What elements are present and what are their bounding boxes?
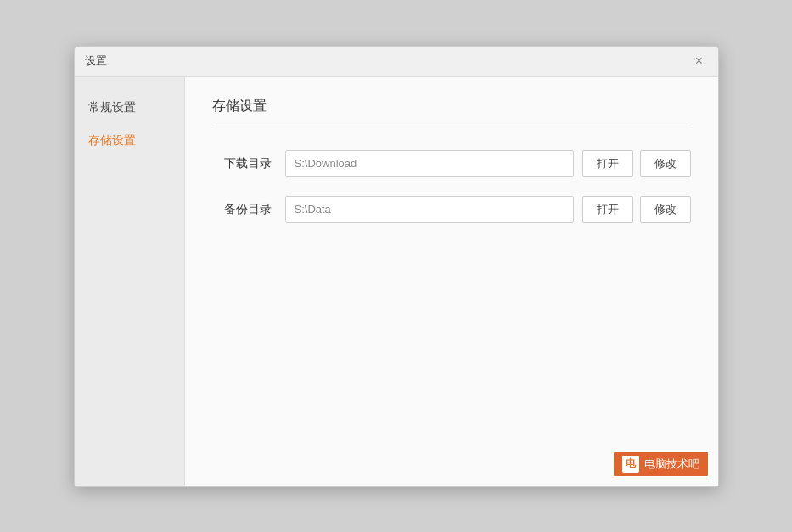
download-dir-row: 下载目录 打开 修改 bbox=[212, 150, 691, 177]
download-dir-open-button[interactable]: 打开 bbox=[582, 150, 633, 177]
content-area: 常规设置 存储设置 存储设置 下载目录 打开 修改 备份目录 bbox=[75, 77, 718, 486]
settings-window: 设置 × 常规设置 存储设置 存储设置 下载目录 打开 修改 bbox=[74, 46, 719, 487]
download-dir-edit-button[interactable]: 修改 bbox=[640, 150, 691, 177]
watermark-icon: 电 bbox=[622, 456, 639, 473]
watermark-badge: 电 电脑技术吧 bbox=[612, 451, 710, 478]
backup-dir-open-button[interactable]: 打开 bbox=[582, 196, 633, 223]
backup-dir-edit-button[interactable]: 修改 bbox=[640, 196, 691, 223]
section-title: 存储设置 bbox=[212, 98, 691, 115]
section-divider bbox=[212, 126, 691, 126]
titlebar: 设置 × bbox=[75, 47, 718, 77]
sidebar-item-storage[interactable]: 存储设置 bbox=[75, 124, 184, 158]
close-button[interactable]: × bbox=[691, 53, 708, 70]
download-dir-buttons: 打开 修改 bbox=[582, 150, 691, 177]
sidebar-item-general[interactable]: 常规设置 bbox=[75, 91, 184, 125]
backup-dir-buttons: 打开 修改 bbox=[582, 196, 691, 223]
backup-dir-input[interactable] bbox=[285, 196, 574, 223]
backup-dir-label: 备份目录 bbox=[212, 202, 272, 217]
main-panel: 存储设置 下载目录 打开 修改 备份目录 打开 修改 bbox=[185, 77, 718, 486]
backup-dir-row: 备份目录 打开 修改 bbox=[212, 196, 691, 223]
download-dir-label: 下载目录 bbox=[212, 156, 272, 171]
sidebar: 常规设置 存储设置 bbox=[75, 77, 185, 486]
download-dir-input[interactable] bbox=[285, 150, 574, 177]
window-title: 设置 bbox=[85, 53, 107, 69]
watermark-label: 电脑技术吧 bbox=[644, 456, 699, 472]
